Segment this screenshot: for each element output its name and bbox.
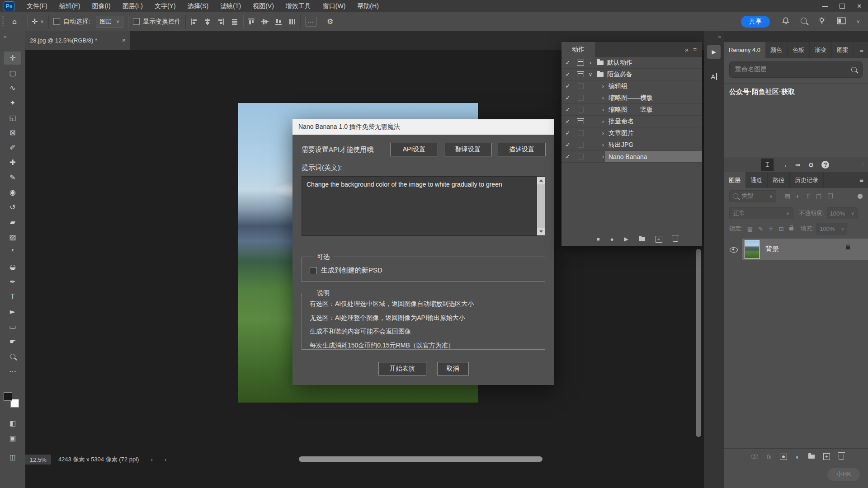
action-row[interactable]: ✓ › 批量命名 [561,116,702,127]
action-row[interactable]: ✓ › 缩略图——竖版 [561,104,702,116]
align-top-icon[interactable] [248,19,255,25]
home-icon[interactable]: ⌂ [7,17,22,26]
expand-chevron-icon[interactable]: › [599,153,607,160]
scroll-down-icon[interactable] [537,228,545,235]
action-check-icon[interactable]: ✓ [561,141,574,148]
zoom-level-field[interactable]: 12.5% [25,455,51,465]
stop-icon[interactable]: ■ [597,236,600,242]
search-icon[interactable] [801,18,807,25]
dialog-title-bar[interactable]: Nano Banana 1.0 插件免费无需魔法 [292,119,554,135]
menu-view[interactable]: 视图(V) [247,0,280,12]
dialog-toggle-empty[interactable] [574,142,587,148]
collapse-chevron-icon[interactable]: ∨ [587,71,594,78]
help-icon[interactable]: ? [821,161,829,169]
collapse-dock-icon[interactable]: « [718,33,721,40]
action-check-icon[interactable]: ✓ [561,153,574,160]
dialog-toggle-icon[interactable] [574,60,587,66]
lock-position-icon[interactable]: ✛ [769,225,774,232]
expand-chevron-icon[interactable]: › [599,130,607,136]
gradient-tool[interactable]: ▨ [0,230,25,244]
dialog-toggle-empty[interactable] [574,130,587,136]
tab-paths[interactable]: 路径 [768,172,790,188]
lock-artboard-icon[interactable]: ⊡ [779,225,784,232]
bell-icon[interactable] [782,17,790,26]
action-row-default-set[interactable]: ✓ › 默认动作 [561,57,702,69]
expand-chevron-icon[interactable]: › [599,106,607,113]
share-button[interactable]: 共享 [741,16,770,28]
action-row[interactable]: ✓ › 编辑组 [561,80,702,92]
menu-file[interactable]: 文件(F) [21,0,53,12]
new-set-folder-icon[interactable] [639,237,645,241]
filter-image-icon[interactable]: ▤ [784,192,790,200]
new-action-icon[interactable] [656,236,662,243]
tab-swatches[interactable]: 色板 [788,42,810,58]
type-tool[interactable]: T [0,289,25,304]
dodge-tool[interactable]: ◒ [0,259,25,274]
record-icon[interactable]: ● [610,236,614,243]
layer-thumbnail[interactable] [745,240,760,259]
screen-mode-icon[interactable]: ▣ [0,434,25,442]
align-center-h-icon[interactable] [204,19,211,25]
workspace-chevron-icon[interactable]: ∨ [857,19,860,24]
action-check-icon[interactable]: ✓ [561,59,574,66]
tool-preset-chevron-icon[interactable]: ∨ [40,19,43,24]
translate-settings-button[interactable]: 翻译设置 [444,143,492,156]
lock-pixels-icon[interactable]: ✎ [758,225,763,232]
filter-shape-icon[interactable]: ▢ [816,192,821,200]
filter-toggle-icon[interactable] [858,194,863,199]
action-check-icon[interactable]: ✓ [561,83,574,89]
opacity-field[interactable]: 100% ∨ [827,207,858,219]
api-settings-button[interactable]: API设置 [390,143,438,156]
auto-select-checkbox[interactable] [53,18,60,25]
layer-row-background[interactable]: 背景 [724,239,868,260]
filter-smart-object-icon[interactable]: ❐ [828,192,834,200]
more-tools-icon[interactable]: ⋯ [0,364,25,379]
dialog-toggle-empty[interactable] [574,95,587,101]
adjustment-layer-icon[interactable]: ◐ [796,453,799,460]
dialog-toggle-empty[interactable] [574,83,587,89]
action-row[interactable]: ✓ › 转出JPG [561,139,702,151]
zoom-tool[interactable] [0,349,25,364]
menu-help[interactable]: 帮助(H) [351,0,384,12]
menu-filter[interactable]: 滤镜(T) [214,0,247,12]
vertical-scrollbar[interactable] [696,249,701,437]
action-check-icon[interactable]: ✓ [561,118,574,125]
filter-type-icon[interactable]: T [806,192,810,200]
action-check-icon[interactable]: ✓ [561,94,574,101]
actions-dock-icon[interactable]: ▶ [707,45,721,59]
status-chevron-left-icon[interactable]: ‹ [165,456,167,463]
move-tool[interactable]: ✛ [0,51,25,66]
layer-name[interactable]: 背景 [765,245,779,253]
action-row-moyu-set[interactable]: ✓ ∨ 陌鱼必备 [561,69,702,80]
tab-patterns[interactable]: 图案 [832,42,854,58]
distribute-v-icon[interactable] [288,19,296,25]
menu-layer[interactable]: 图层(L) [117,0,149,12]
close-icon[interactable]: ✕ [851,0,868,12]
dialog-toggle-empty[interactable] [574,107,587,113]
clone-stamp-tool[interactable]: ◉ [0,185,25,200]
panel-menu-icon[interactable]: ≡ [855,172,868,188]
distribute-h-icon[interactable] [231,19,238,25]
history-brush-tool[interactable]: ↺ [0,200,25,215]
gear-icon[interactable]: ⚙ [808,161,814,169]
lock-all-icon[interactable] [789,227,793,230]
fill-field[interactable]: 100% ∨ [816,223,847,235]
new-group-icon[interactable] [808,455,815,459]
document-tab[interactable]: 28.jpg @ 12.5%(RGB/8) * × [25,31,130,50]
foreground-color-swatch[interactable] [4,392,12,401]
frame-tool[interactable]: ⊠ [0,125,25,140]
screen-mode-alt-icon[interactable]: ◫ [0,453,25,461]
align-middle-icon[interactable] [261,19,269,25]
new-layer-icon[interactable] [823,453,830,460]
blend-mode-dropdown[interactable]: 正常 ∨ [729,207,793,219]
blur-tool[interactable]: ❜ [0,244,25,259]
align-left-icon[interactable] [190,19,198,25]
collapse-panel-icon[interactable]: » [685,46,689,53]
action-row-selected[interactable]: ✓ › Nano Banana [561,151,702,163]
action-row[interactable]: ✓ › 文章图片 [561,127,702,139]
quick-mask-icon[interactable]: ◧ [0,419,25,427]
tab-color[interactable]: 颜色 [765,42,788,58]
eraser-tool[interactable]: ▰ [0,215,25,230]
character-panel-icon[interactable]: A [707,70,721,82]
filter-adjustment-icon[interactable]: ◐ [796,192,800,200]
